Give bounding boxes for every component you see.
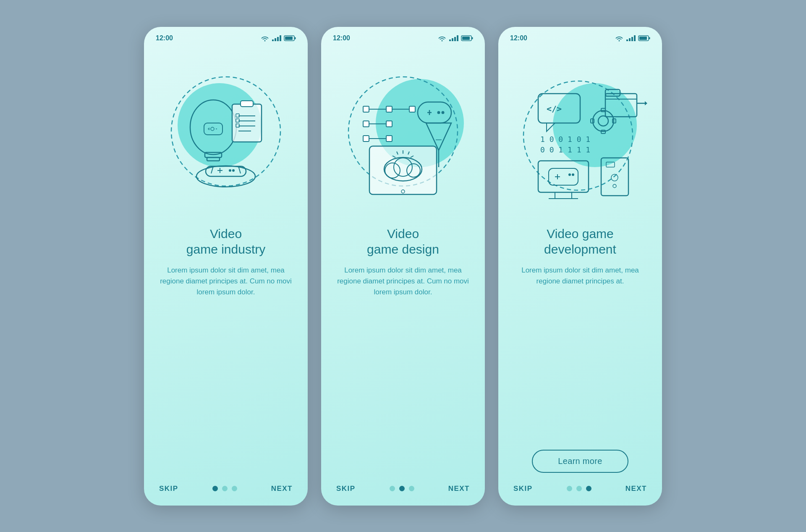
illustration-2 [321, 45, 485, 222]
dot-3-2[interactable] [576, 486, 582, 491]
svg-rect-7 [285, 37, 293, 40]
card-title-2: Video game design [354, 226, 452, 257]
battery-icon-3 [639, 35, 650, 41]
phone-1: 12:00 [144, 27, 308, 506]
svg-rect-6 [295, 37, 296, 39]
svg-rect-80 [649, 37, 650, 39]
illustration-3: </> 1 0 0 1 0 1 0 0 1 1 1 1 [498, 45, 662, 222]
svg-text:1 0 0 1 0 1: 1 0 0 1 0 1 [540, 135, 590, 144]
game-industry-svg [159, 66, 293, 201]
battery-icon-1 [284, 35, 296, 41]
dot-3-1[interactable] [567, 486, 572, 491]
card-title-1: Video game industry [174, 226, 278, 257]
dot-2-2[interactable] [399, 486, 405, 491]
nav-dots-2 [390, 486, 414, 491]
card-desc-3: Lorem ipsum dolor sit dim amet, mea regi… [498, 265, 662, 440]
dot-1-1[interactable] [212, 486, 218, 491]
svg-rect-46 [386, 106, 392, 112]
game-dev-svg: </> 1 0 0 1 0 1 0 0 1 1 1 1 [513, 66, 647, 201]
status-icons-2 [438, 35, 473, 41]
svg-point-32 [232, 169, 235, 172]
svg-rect-55 [418, 102, 451, 123]
signal-icon-2 [449, 35, 458, 41]
status-bar-3: 12:00 [498, 27, 662, 45]
svg-point-110 [611, 174, 618, 181]
learn-more-button[interactable]: Learn more [532, 450, 628, 473]
battery-icon-2 [461, 35, 473, 41]
next-btn-1[interactable]: NEXT [271, 485, 293, 493]
status-bar-2: 12:00 [321, 27, 485, 45]
skip-btn-2[interactable]: SKIP [336, 485, 356, 493]
svg-point-86 [593, 110, 614, 131]
status-icons-1 [261, 35, 296, 41]
nav-dots-3 [567, 486, 591, 491]
svg-rect-76 [629, 38, 631, 41]
status-bar-1: 12:00 [144, 27, 308, 45]
svg-rect-78 [634, 35, 636, 41]
svg-marker-96 [645, 101, 647, 105]
status-time-3: 12:00 [510, 34, 527, 42]
phones-container: 12:00 [144, 27, 662, 506]
illustration-1 [144, 45, 308, 222]
svg-rect-99 [538, 161, 589, 192]
svg-rect-77 [631, 37, 633, 41]
svg-point-74 [619, 40, 620, 41]
card-desc-1: Lorem ipsum dolor sit dim amet, mea regi… [144, 265, 308, 371]
next-btn-2[interactable]: NEXT [448, 485, 470, 493]
svg-rect-38 [454, 37, 456, 41]
svg-point-106 [568, 173, 571, 176]
svg-point-8 [171, 77, 280, 186]
svg-rect-51 [386, 121, 392, 127]
nav-bar-2: SKIP NEXT [321, 477, 485, 493]
svg-point-13 [211, 127, 214, 131]
svg-rect-37 [452, 38, 453, 41]
svg-point-56 [437, 111, 440, 114]
dot-3-3[interactable] [586, 486, 591, 491]
svg-text:</>: </> [547, 104, 562, 114]
svg-rect-44 [363, 106, 369, 112]
svg-rect-103 [549, 168, 578, 185]
status-icons-3 [615, 35, 650, 41]
svg-rect-36 [449, 39, 451, 41]
svg-rect-42 [462, 37, 470, 40]
svg-rect-54 [386, 136, 392, 142]
phone-3: 12:00 [498, 27, 662, 506]
signal-icon-3 [626, 35, 636, 41]
svg-rect-81 [639, 37, 647, 40]
svg-rect-52 [363, 136, 369, 142]
svg-rect-19 [241, 101, 253, 107]
skip-btn-3[interactable]: SKIP [513, 485, 533, 493]
svg-rect-12 [204, 123, 222, 135]
svg-point-111 [613, 184, 616, 188]
svg-rect-39 [457, 35, 458, 41]
svg-rect-109 [606, 162, 615, 167]
wifi-icon-1 [261, 35, 269, 41]
svg-rect-41 [472, 37, 473, 39]
svg-rect-48 [409, 106, 415, 112]
dot-2-3[interactable] [409, 486, 414, 491]
nav-dots-1 [212, 486, 237, 491]
wifi-icon-2 [438, 35, 446, 41]
game-design-svg [336, 66, 470, 201]
svg-rect-75 [626, 39, 628, 41]
wifi-icon-3 [615, 35, 623, 41]
svg-rect-49 [363, 121, 369, 127]
next-btn-3[interactable]: NEXT [625, 485, 647, 493]
svg-text:0 0 1 1 1 1: 0 0 1 1 1 1 [540, 145, 590, 154]
nav-bar-1: SKIP NEXT [144, 477, 308, 493]
svg-rect-1 [272, 39, 274, 41]
nav-bar-3: SKIP NEXT [498, 477, 662, 493]
svg-point-57 [442, 111, 445, 114]
svg-point-35 [442, 40, 443, 41]
phone-2: 12:00 [321, 27, 485, 506]
svg-point-107 [572, 173, 574, 176]
card-desc-2: Lorem ipsum dolor sit dim amet, mea regi… [321, 265, 485, 371]
svg-point-87 [598, 116, 608, 126]
svg-rect-18 [232, 104, 262, 142]
status-time-1: 12:00 [156, 34, 173, 42]
svg-marker-84 [547, 123, 555, 131]
dot-2-1[interactable] [390, 486, 395, 491]
skip-btn-1[interactable]: SKIP [159, 485, 178, 493]
dot-1-2[interactable] [222, 486, 228, 491]
dot-1-3[interactable] [232, 486, 237, 491]
